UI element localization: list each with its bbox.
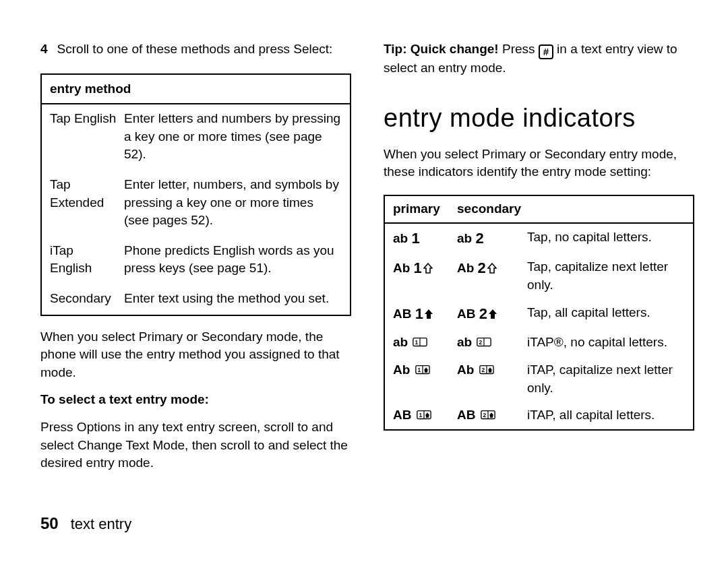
book-2-icon: 2 — [477, 337, 491, 348]
or-word: or — [526, 147, 544, 161]
svg-text:1: 1 — [417, 367, 421, 373]
indicator-desc: Tap, all capital letters. — [527, 304, 685, 322]
method-name: Secondary — [50, 290, 117, 308]
page-number: 50 — [40, 512, 59, 535]
tip-para: Tip: Quick change! Press # in a text ent… — [384, 40, 694, 77]
text: Press — [499, 42, 539, 56]
left-column: 4 Scroll to one of these methods and pre… — [40, 40, 351, 492]
method-name: Tap English — [50, 110, 117, 164]
secondary-word: Secondary — [545, 147, 606, 161]
entry-method-header: entry method — [42, 75, 350, 105]
indicator-secondary: Ab 2 — [457, 258, 527, 279]
method-desc: Enter text using the method you set. — [124, 290, 342, 308]
indicator-secondary: ab 2 — [457, 334, 527, 352]
page-footer: 50 text entry — [40, 492, 694, 535]
tip-label: Tip: Quick change! — [384, 42, 499, 56]
indicators-table: primary secondary ab 1ab 2Tap, no capita… — [384, 195, 694, 431]
book-1-up-icon: 1 — [417, 410, 431, 420]
secondary-word: Secondary — [202, 330, 263, 344]
indicator-desc: Tap, no capital letters. — [527, 228, 685, 247]
text: Press — [40, 420, 77, 434]
method-name: Tap Extended — [50, 176, 117, 230]
indicator-primary: Ab 1 — [393, 258, 457, 279]
up-arrow-outline-icon — [487, 263, 497, 272]
primary-word: Primary — [482, 147, 526, 161]
th-primary: primary — [393, 200, 457, 218]
press-options-para: Press Options in any text entry screen, … — [40, 418, 351, 472]
indicator-row: Ab 1Ab 2iTAP, capitalize next letter onl… — [385, 356, 693, 402]
step-text: Scroll to one of these methods and press… — [57, 40, 333, 59]
step-number: 4 — [40, 40, 48, 59]
svg-text:2: 2 — [479, 339, 483, 346]
indicator-desc: Tap, capitalize next letter only. — [527, 258, 685, 294]
document-page: 4 Scroll to one of these methods and pre… — [0, 0, 728, 562]
indicator-row: ab 1ab 2Tap, no capital letters. — [385, 224, 693, 254]
section-title: entry mode indicators — [384, 100, 694, 136]
indicator-secondary: AB 2 — [457, 304, 527, 325]
select-mode-heading: To select a text entry mode: — [40, 391, 351, 409]
step-4-row: 4 Scroll to one of these methods and pre… — [40, 40, 351, 59]
book-2-up-icon: 2 — [479, 365, 494, 375]
th-secondary: secondary — [457, 200, 685, 218]
up-arrow-outline-icon — [423, 263, 433, 272]
method-desc: Enter letter, numbers, and symbols by pr… — [124, 176, 342, 230]
indicator-primary: Ab 1 — [393, 361, 457, 379]
method-name: iTap English — [50, 242, 117, 278]
up-arrow-solid-icon — [489, 309, 497, 318]
options-word: Options — [77, 420, 121, 434]
footer-section: text entry — [71, 514, 131, 535]
indicator-row: AB 1AB 2Tap, all capital letters. — [385, 299, 693, 330]
indicator-primary: ab 1 — [393, 228, 457, 249]
select-label: Select — [293, 42, 329, 56]
svg-text:2: 2 — [483, 412, 486, 418]
text: When you select — [384, 147, 482, 161]
primary-word: Primary — [139, 330, 183, 344]
right-column: Tip: Quick change! Press # in a text ent… — [384, 40, 694, 492]
up-arrow-solid-icon — [425, 309, 433, 318]
table-row: Tap English Enter letters and numbers by… — [42, 104, 350, 170]
indicator-row: ab 1ab 2iTAP®, no capital letters. — [385, 329, 693, 356]
svg-text:2: 2 — [481, 367, 485, 373]
method-desc: Enter letters and numbers by pressing a … — [124, 110, 342, 164]
indicator-desc: iTAP, all capital letters. — [527, 406, 685, 425]
indicator-desc: iTAP®, no capital letters. — [527, 334, 685, 352]
or-word: or — [183, 330, 201, 344]
indicator-primary: ab 1 — [393, 334, 457, 352]
indicator-row: AB 1AB 2iTAP, all capital letters. — [385, 402, 693, 429]
indicator-secondary: AB 2 — [457, 406, 527, 425]
primary-secondary-para: When you select Primary or Secondary mod… — [40, 328, 351, 382]
svg-text:1: 1 — [419, 412, 422, 418]
table-row: Secondary Enter text using the method yo… — [42, 284, 350, 315]
indicator-primary: AB 1 — [393, 304, 457, 325]
indicators-header: primary secondary — [385, 196, 693, 224]
svg-text:1: 1 — [415, 339, 419, 346]
hash-key-icon: # — [539, 44, 553, 59]
method-desc: Phone predicts English words as you pres… — [124, 242, 342, 278]
colon: : — [329, 42, 332, 56]
step-text-a: Scroll to one of these methods and press — [57, 42, 294, 56]
indicator-secondary: Ab 2 — [457, 361, 527, 379]
indicator-secondary: ab 2 — [457, 228, 527, 249]
indicators-intro: When you select Primary or Secondary ent… — [384, 146, 694, 181]
entry-method-table: entry method Tap English Enter letters a… — [40, 73, 351, 316]
indicator-row: Ab 1Ab 2Tap, capitalize next letter only… — [385, 253, 693, 299]
indicator-primary: AB 1 — [393, 406, 457, 425]
book-1-up-icon: 1 — [415, 365, 430, 375]
text: When you select — [40, 330, 139, 344]
indicator-desc: iTAP, capitalize next letter only. — [527, 361, 685, 397]
two-column-layout: 4 Scroll to one of these methods and pre… — [40, 40, 694, 492]
book-2-up-icon: 2 — [481, 410, 495, 420]
table-row: Tap Extended Enter letter, numbers, and … — [42, 170, 350, 237]
change-text-mode-word: Change Text Mode — [78, 438, 185, 452]
table-row: iTap English Phone predicts English word… — [42, 237, 350, 284]
book-1-icon: 1 — [413, 337, 427, 348]
